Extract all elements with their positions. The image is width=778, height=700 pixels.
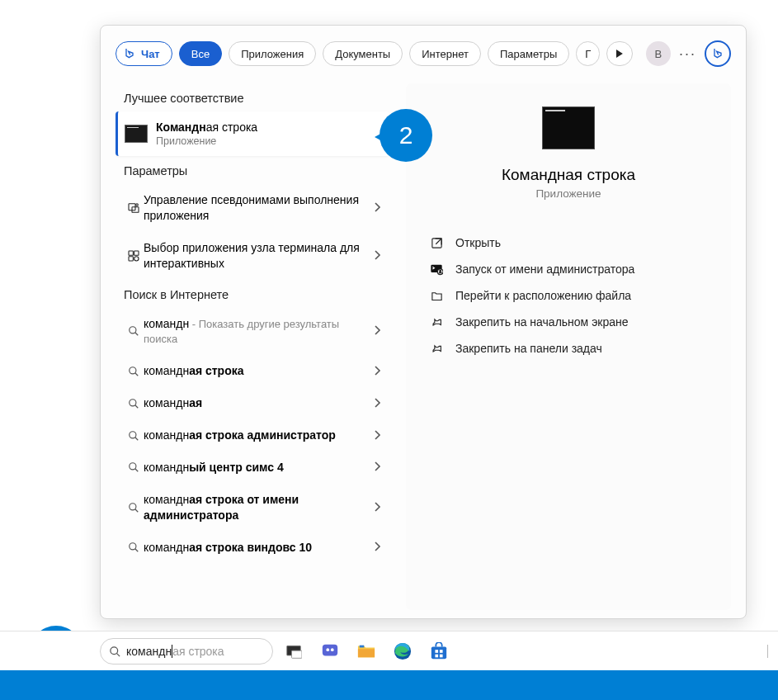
action-icon: [429, 343, 444, 355]
chevron-right-icon: [375, 501, 384, 514]
settings-icon: [124, 201, 144, 215]
settings-result[interactable]: Выбор приложения узла терминала для инте…: [116, 232, 389, 280]
search-icon: [124, 366, 144, 377]
results-column: Лучшее соответствие Командная строка При…: [116, 83, 389, 610]
web-suggestion[interactable]: командн - Показать другие результаты пои…: [116, 308, 389, 356]
scroll-right-button[interactable]: [606, 41, 633, 66]
detail-subtitle: Приложение: [406, 187, 731, 200]
filter-tab-label: Документы: [335, 48, 390, 60]
filter-tab-apps[interactable]: Приложения: [229, 41, 316, 66]
chevron-right-icon: [375, 324, 384, 338]
action-label: Закрепить на начальном экране: [455, 315, 629, 329]
best-match-title: Командная строка: [156, 121, 257, 134]
web-suggestion[interactable]: командная строка виндовс 10: [116, 532, 389, 564]
filter-tab-label: Приложения: [241, 48, 304, 60]
chevron-right-icon: [375, 249, 384, 262]
search-icon: [124, 398, 144, 409]
web-suggestion[interactable]: командная: [116, 387, 389, 419]
svg-rect-28: [431, 647, 446, 660]
filter-tab-settings[interactable]: Параметры: [488, 41, 569, 66]
explorer-icon[interactable]: [356, 641, 376, 661]
search-ghost-text: ая строка: [172, 645, 224, 658]
action-label: Перейти к расположению файла: [455, 289, 631, 302]
action-label: Открыть: [455, 236, 501, 249]
search-flyout: Чат Все Приложения Документы Интернет Па…: [100, 25, 747, 619]
web-suggestion-label: командная строка от имени администратора: [144, 492, 375, 523]
chevron-right-icon: [375, 541, 384, 554]
best-match-heading: Лучшее соответствие: [116, 83, 389, 111]
filter-header: Чат Все Приложения Документы Интернет Па…: [116, 40, 731, 67]
chevron-right-icon: [375, 461, 384, 474]
chevron-right-icon: [375, 201, 384, 215]
user-avatar[interactable]: В: [646, 41, 671, 66]
best-match-item[interactable]: Командная строка Приложение: [116, 111, 389, 156]
filter-tab-label: Интернет: [422, 48, 469, 60]
detail-action[interactable]: Открыть: [426, 229, 711, 256]
settings-result-label: Управление псевдонимами выполнения прило…: [144, 192, 375, 224]
filter-tab-web[interactable]: Интернет: [409, 41, 481, 66]
detail-action[interactable]: Перейти к расположению файла: [426, 282, 711, 309]
svg-rect-5: [129, 256, 133, 260]
chevron-right-icon: [375, 429, 384, 442]
cmd-icon: [125, 125, 148, 143]
detail-action[interactable]: Закрепить на панели задач: [426, 335, 711, 362]
settings-icon: [124, 249, 144, 262]
store-icon[interactable]: [429, 641, 449, 661]
web-suggestion[interactable]: командная строка: [116, 355, 389, 387]
svg-point-23: [326, 648, 329, 651]
svg-rect-21: [292, 650, 303, 658]
filter-tab-label: Параметры: [500, 48, 557, 60]
bing-chat-button[interactable]: [705, 40, 731, 67]
svg-point-24: [331, 648, 334, 651]
search-typed-text: командн: [126, 645, 172, 658]
svg-point-8: [130, 367, 136, 374]
filter-tab-all[interactable]: Все: [179, 41, 222, 66]
chat-tab-label: Чат: [141, 48, 160, 60]
detail-action[interactable]: Запуск от имени администратора: [426, 256, 711, 282]
search-icon: [124, 430, 144, 442]
overflow-button[interactable]: ···: [677, 45, 699, 63]
best-match-subtitle: Приложение: [156, 135, 257, 147]
chevron-right-icon: [375, 365, 384, 378]
svg-point-11: [130, 463, 136, 470]
web-suggestion[interactable]: командная строка от имени администратора: [116, 484, 389, 532]
svg-rect-4: [134, 251, 139, 255]
edge-icon[interactable]: [393, 641, 413, 661]
chat-icon[interactable]: [320, 641, 340, 661]
chat-tab[interactable]: Чат: [116, 41, 172, 66]
web-suggestion-label: командн - Показать другие результаты пои…: [144, 316, 375, 348]
taskbar-search-input[interactable]: командная строка: [100, 638, 273, 665]
action-label: Запуск от имени администратора: [455, 262, 634, 276]
show-desktop-button[interactable]: [767, 645, 768, 658]
filter-tab-cut[interactable]: Г: [576, 41, 600, 66]
detail-action[interactable]: Закрепить на начальном экране: [426, 309, 711, 335]
filter-tab-documents[interactable]: Документы: [323, 41, 403, 66]
action-icon: [429, 262, 444, 276]
detail-hero: Командная строка Приложение: [406, 83, 731, 200]
svg-point-13: [130, 543, 136, 550]
web-suggestion-label: командный центр симс 4: [144, 460, 375, 475]
filter-tab-label: Все: [191, 48, 210, 60]
taskbar-pins: [284, 641, 449, 661]
settings-result[interactable]: Управление псевдонимами выполнения прило…: [116, 184, 389, 232]
web-suggestion[interactable]: командная строка администратор: [116, 419, 389, 452]
web-suggestion[interactable]: командный центр симс 4: [116, 452, 389, 484]
search-icon: [124, 502, 144, 513]
bing-icon: [711, 47, 724, 60]
detail-title: Командная строка: [406, 166, 731, 184]
svg-point-17: [440, 270, 441, 272]
task-view-icon[interactable]: [284, 641, 304, 661]
svg-rect-3: [129, 251, 133, 255]
cmd-icon: [542, 106, 595, 149]
chevron-right-icon: [375, 397, 384, 410]
web-suggestion-label: командная строка виндовс 10: [144, 540, 375, 556]
play-icon: [615, 50, 624, 58]
svg-rect-25: [358, 649, 375, 657]
svg-rect-30: [440, 650, 443, 653]
taskbar: командная строка: [0, 631, 778, 670]
svg-point-6: [134, 256, 139, 260]
web-suggestion-label: командная: [144, 395, 375, 411]
web-suggestion-label: командная строка администратор: [144, 428, 375, 443]
svg-point-18: [111, 646, 118, 654]
search-icon: [109, 646, 121, 658]
